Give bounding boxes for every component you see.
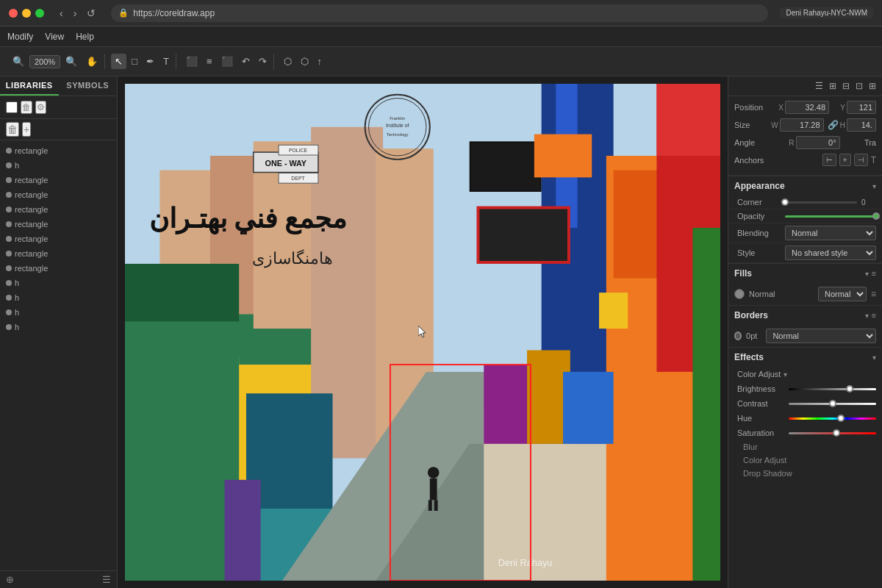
profile-badge: Deni Rahayu-NYC-NWM bbox=[780, 7, 873, 18]
align-left-button[interactable]: ⬛ bbox=[182, 54, 201, 69]
list-item[interactable]: h bbox=[0, 290, 117, 305]
fill-color-dot[interactable] bbox=[734, 289, 745, 299]
bool-button[interactable]: ⬡ bbox=[297, 54, 312, 69]
angle-input[interactable] bbox=[796, 136, 840, 149]
delete-item-button[interactable]: 🗑 bbox=[6, 122, 19, 137]
reload-button[interactable]: ↺ bbox=[83, 6, 99, 21]
shape-tool-button[interactable]: □ bbox=[128, 54, 141, 69]
toolbar-zoom-group: 🔍 200% 🔍 ✋ bbox=[6, 54, 105, 69]
opacity-slider[interactable] bbox=[785, 215, 876, 218]
contrast-thumb[interactable] bbox=[829, 400, 836, 407]
align-right-button[interactable]: ⬛ bbox=[218, 54, 237, 69]
panel-icon-align[interactable]: ⊟ bbox=[841, 79, 851, 93]
panel-icon-arrange[interactable]: ⊞ bbox=[828, 79, 838, 93]
position-y-input[interactable] bbox=[847, 101, 876, 114]
borders-blend-select[interactable]: Normal bbox=[766, 329, 876, 343]
forward-button[interactable]: › bbox=[70, 6, 81, 21]
blur-item[interactable]: Blur bbox=[728, 440, 882, 453]
fills-expand-icon[interactable]: ≡ bbox=[872, 269, 876, 278]
symbols-tab[interactable]: SYMBOLS bbox=[59, 76, 118, 96]
saturation-slider[interactable] bbox=[789, 432, 876, 434]
panel-icon-export[interactable]: ⊡ bbox=[854, 79, 864, 93]
anchor-top-right[interactable]: ⊣ bbox=[854, 154, 868, 166]
color-swatch[interactable] bbox=[6, 101, 18, 113]
fills-expand-button[interactable]: ≡ bbox=[871, 289, 876, 299]
delete-layer-button[interactable]: 🗑 bbox=[21, 101, 32, 114]
borders-section-header[interactable]: Borders ▾ ≡ bbox=[728, 306, 882, 325]
corner-thumb[interactable] bbox=[781, 198, 789, 206]
list-item[interactable]: rectangle bbox=[0, 202, 117, 217]
list-item[interactable]: h bbox=[0, 320, 117, 334]
menu-modify[interactable]: Modify bbox=[7, 32, 33, 42]
appearance-section-header[interactable]: Appearance ▾ bbox=[728, 176, 882, 196]
saturation-thumb[interactable] bbox=[833, 429, 840, 437]
anchor-top-left[interactable]: ⊢ bbox=[822, 154, 836, 166]
add-item-button[interactable]: + bbox=[22, 122, 31, 137]
settings-button[interactable]: ⚙ bbox=[35, 101, 46, 114]
redo-button[interactable]: ↷ bbox=[255, 54, 270, 69]
page-button[interactable]: ☰ bbox=[102, 574, 111, 585]
list-item[interactable]: rectangle bbox=[0, 232, 117, 246]
hue-thumb[interactable] bbox=[837, 415, 845, 422]
list-item[interactable]: h bbox=[0, 305, 117, 320]
pan-button[interactable]: ✋ bbox=[82, 54, 101, 69]
list-item[interactable]: rectangle bbox=[0, 143, 117, 158]
pen-tool-button[interactable]: ✒ bbox=[143, 54, 158, 69]
undo-button[interactable]: ↶ bbox=[238, 54, 254, 69]
list-item[interactable]: rectangle bbox=[0, 261, 117, 276]
svg-text:Institute of: Institute of bbox=[386, 123, 409, 128]
select-tool-button[interactable]: ↖ bbox=[111, 54, 126, 69]
border-color-dot[interactable] bbox=[734, 331, 742, 340]
menu-help[interactable]: Help bbox=[76, 32, 94, 42]
maximize-window-button[interactable] bbox=[35, 9, 44, 18]
brightness-slider[interactable] bbox=[789, 388, 876, 390]
panel-icon-more[interactable]: ⊞ bbox=[867, 79, 878, 93]
hue-slider[interactable] bbox=[789, 417, 876, 420]
fills-title: Fills bbox=[734, 268, 752, 279]
canvas-area[interactable]: Franklin Institute of Technology ONE - W… bbox=[118, 76, 728, 588]
color-adjust-header[interactable]: Color Adjust ▾ bbox=[728, 367, 882, 381]
zoom-in-button[interactable]: 🔍 bbox=[62, 54, 81, 69]
fills-section-header[interactable]: Fills ▾ ≡ bbox=[728, 264, 882, 283]
color-adjust2-item[interactable]: Color Adjust bbox=[728, 453, 882, 467]
opacity-control bbox=[785, 215, 876, 218]
close-window-button[interactable] bbox=[9, 9, 18, 18]
opacity-thumb[interactable] bbox=[872, 212, 880, 220]
list-item[interactable]: rectangle bbox=[0, 173, 117, 187]
effects-section-header[interactable]: Effects ▾ bbox=[728, 348, 882, 367]
size-w-input[interactable] bbox=[780, 118, 824, 132]
group-button[interactable]: ⬡ bbox=[280, 54, 295, 69]
swatch-area: 🗑 ⚙ bbox=[0, 96, 117, 119]
svg-rect-35 bbox=[434, 500, 438, 511]
list-item[interactable]: rectangle bbox=[0, 187, 117, 202]
brightness-thumb[interactable] bbox=[846, 385, 853, 392]
zoom-out-button[interactable]: 🔍 bbox=[9, 54, 28, 69]
anchor-top-center[interactable]: + bbox=[839, 154, 851, 166]
corner-slider[interactable] bbox=[785, 201, 857, 204]
back-button[interactable]: ‹ bbox=[56, 6, 67, 21]
export-button[interactable]: ↑ bbox=[314, 54, 326, 69]
align-center-button[interactable]: ≡ bbox=[203, 54, 216, 69]
address-bar[interactable]: 🔒 https://coreldraw.app bbox=[111, 4, 768, 22]
minimize-window-button[interactable] bbox=[22, 9, 31, 18]
drop-shadow-item[interactable]: Drop Shadow bbox=[728, 467, 882, 480]
blending-select[interactable]: Normal bbox=[785, 226, 876, 240]
list-item[interactable]: rectangle bbox=[0, 217, 117, 232]
style-select[interactable]: No shared style bbox=[785, 245, 876, 260]
contrast-slider[interactable] bbox=[789, 403, 876, 405]
fill-blend-label: Normal bbox=[749, 290, 814, 298]
menu-view[interactable]: View bbox=[45, 32, 64, 42]
list-item[interactable]: h bbox=[0, 158, 117, 173]
list-item[interactable]: rectangle bbox=[0, 246, 117, 261]
size-h-input[interactable] bbox=[847, 118, 876, 132]
position-x-input[interactable] bbox=[785, 101, 829, 114]
svg-text:Technology: Technology bbox=[387, 132, 409, 137]
list-item[interactable]: h bbox=[0, 276, 117, 290]
libraries-tab[interactable]: LIBRARIES bbox=[0, 76, 59, 96]
text-tool-button[interactable]: T bbox=[159, 54, 173, 69]
panel-icon-layers[interactable]: ☰ bbox=[814, 79, 825, 93]
borders-expand-icon[interactable]: ≡ bbox=[872, 311, 876, 320]
fills-blend-select[interactable]: Normal bbox=[818, 287, 867, 301]
add-layer-button[interactable]: ⊕ bbox=[6, 574, 14, 585]
saturation-label: Saturation bbox=[737, 429, 789, 437]
